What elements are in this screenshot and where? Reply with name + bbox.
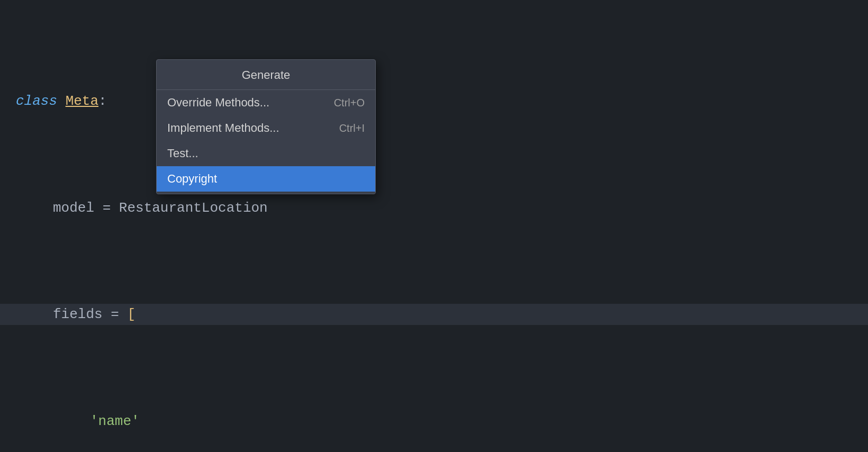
code-editor: class Meta: model = RestaurantLocation f…: [0, 0, 868, 452]
code-line-4: 'name': [16, 411, 852, 432]
code-line-3: fields = [: [16, 304, 852, 325]
code-line-2: model = RestaurantLocation: [16, 197, 852, 219]
code-line-1: class Meta:: [16, 91, 852, 112]
menu-item-test[interactable]: Test...: [157, 141, 375, 166]
menu-item-generate[interactable]: Generate: [157, 62, 375, 90]
menu-item-override-methods[interactable]: Override Methods... Ctrl+O: [157, 90, 375, 115]
menu-item-copyright[interactable]: Copyright: [157, 166, 375, 192]
context-menu[interactable]: Generate Override Methods... Ctrl+O Impl…: [156, 59, 376, 194]
menu-item-implement-methods[interactable]: Implement Methods... Ctrl+I: [157, 115, 375, 141]
